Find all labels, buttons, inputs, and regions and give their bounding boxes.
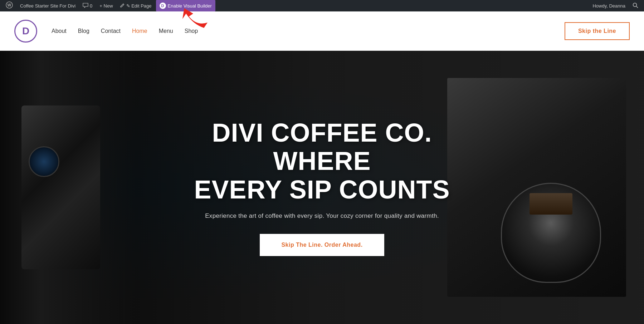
- hero-cta-button[interactable]: Skip The Line. Order Ahead.: [260, 234, 384, 256]
- comments-button[interactable]: 0: [80, 0, 95, 11]
- admin-search-button[interactable]: [630, 3, 641, 9]
- svg-point-2: [633, 3, 637, 6]
- site-name-button[interactable]: Coffee Starter Site For Divi: [17, 0, 78, 11]
- admin-bar: W Coffee Starter Site For Divi 0 + New ✎…: [0, 0, 644, 11]
- edit-page-label: ✎ Edit Page: [126, 3, 152, 9]
- edit-icon: [120, 3, 125, 9]
- svg-text:W: W: [8, 3, 11, 7]
- wp-icon: W: [6, 1, 13, 10]
- hero-section: DIVI COFFEE CO. WHERE EVERY SIP COUNTS E…: [0, 51, 644, 324]
- logo-letter: D: [22, 25, 29, 37]
- divi-label: Enable Visual Builder: [168, 3, 212, 9]
- hero-subtitle: Experience the art of coffee with every …: [175, 212, 469, 220]
- howdy-label: Howdy, Deanna: [590, 3, 628, 9]
- wp-logo-button[interactable]: W: [3, 0, 16, 11]
- comments-count: 0: [90, 3, 92, 9]
- edit-page-button[interactable]: ✎ Edit Page: [117, 0, 155, 11]
- comment-icon: [83, 3, 88, 9]
- site-name-label: Coffee Starter Site For Divi: [20, 3, 75, 9]
- hero-content: DIVI COFFEE CO. WHERE EVERY SIP COUNTS E…: [161, 119, 483, 256]
- nav-blog[interactable]: Blog: [78, 28, 89, 34]
- hero-title: DIVI COFFEE CO. WHERE EVERY SIP COUNTS: [175, 119, 469, 204]
- new-label: + New: [99, 3, 113, 9]
- site-nav: About Blog Contact Home Menu Shop: [52, 28, 565, 34]
- hero-machine-left: [0, 51, 136, 324]
- nav-about[interactable]: About: [52, 28, 67, 34]
- new-button[interactable]: + New: [97, 0, 116, 11]
- divi-icon: D: [160, 3, 166, 9]
- nav-contact[interactable]: Contact: [101, 28, 121, 34]
- admin-bar-right: Howdy, Deanna: [590, 3, 641, 9]
- header-skip-line-button[interactable]: Skip the Line: [565, 22, 630, 40]
- nav-menu[interactable]: Menu: [159, 28, 173, 34]
- nav-shop[interactable]: Shop: [185, 28, 198, 34]
- svg-line-3: [636, 6, 638, 8]
- nav-home[interactable]: Home: [132, 28, 147, 34]
- site-logo[interactable]: D: [14, 20, 37, 43]
- enable-visual-builder-button[interactable]: D Enable Visual Builder: [156, 0, 215, 11]
- hero-title-line1: DIVI COFFEE CO. WHERE: [212, 118, 432, 175]
- site-header: D About Blog Contact Home Menu Shop Skip…: [0, 11, 644, 51]
- hero-title-line2: EVERY SIP COUNTS: [194, 175, 450, 204]
